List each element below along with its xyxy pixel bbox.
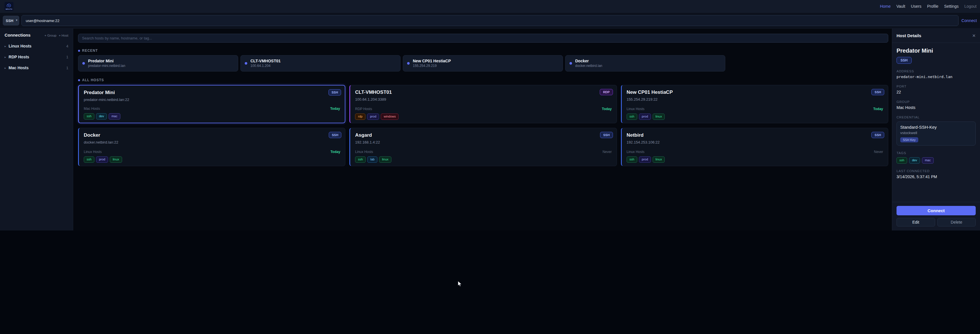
group-label: GROUP bbox=[897, 100, 976, 103]
host-tags: ssh prod linux bbox=[84, 156, 122, 163]
credential-card[interactable]: Standard-SSH-Key vstockwell SSH Key bbox=[897, 121, 976, 146]
top-nav: WRAITH Home Vault Users Profile Settings… bbox=[0, 0, 980, 13]
host-card-clt-vmhost01[interactable]: CLT-VMHOST01 RDP 100.64.1.204:3389 RDP H… bbox=[349, 85, 617, 123]
quick-connect-input[interactable] bbox=[21, 15, 959, 26]
recent-host-name: New CP01 HestiaCP bbox=[413, 58, 451, 64]
host-tags: ssh lab linux bbox=[355, 156, 391, 163]
recent-host-address: 100.64.1.204 bbox=[250, 64, 281, 68]
recent-host-address: 155.254.29.219 bbox=[413, 64, 451, 68]
host-last-connected: Today bbox=[602, 107, 611, 111]
tag: linux bbox=[110, 156, 122, 163]
recent-card-clt-vmhost01[interactable]: CLT-VMHOST01 100.64.1.204 bbox=[240, 55, 401, 72]
search-input[interactable] bbox=[78, 34, 888, 43]
host-card-netbird[interactable]: Netbird SSH 192.154.253.106:22 Linux Hos… bbox=[621, 128, 888, 166]
close-icon[interactable]: ✕ bbox=[972, 33, 976, 38]
add-group-button[interactable]: + Group bbox=[45, 34, 57, 37]
tag: prod bbox=[639, 156, 651, 163]
sidebar-add-actions: + Group + Host bbox=[45, 34, 68, 37]
nav-profile[interactable]: Profile bbox=[927, 4, 939, 9]
host-meta-row: Linux Hosts Never bbox=[627, 150, 883, 154]
host-group: Linux Hosts bbox=[627, 107, 645, 111]
nav-settings[interactable]: Settings bbox=[944, 4, 959, 9]
credential-label: CREDENTIAL bbox=[897, 116, 976, 119]
connections-sidebar: Connections + Group + Host ▸ Linux Hosts… bbox=[0, 29, 73, 231]
host-address: 155.254.29.219:22 bbox=[627, 97, 883, 102]
tag: ssh bbox=[84, 113, 94, 119]
recent-label-text: RECENT bbox=[82, 49, 98, 52]
host-card-docker[interactable]: Docker SSH docker.netbird.lan:22 Linux H… bbox=[78, 128, 345, 166]
protocol-select[interactable]: SSH bbox=[3, 16, 19, 25]
protocol-select-wrap: SSH ▾ bbox=[3, 16, 19, 25]
sidebar-group-rdp-hosts[interactable]: ▸ RDP Hosts 1 bbox=[5, 55, 68, 59]
tag: dev bbox=[909, 157, 920, 164]
last-connected-value: 3/14/2026, 5:37:41 PM bbox=[897, 175, 976, 179]
panel-actions: Connect Edit Delete bbox=[892, 202, 980, 231]
panel-header: Host Details ✕ bbox=[892, 29, 980, 43]
recent-host-name: Predator Mini bbox=[88, 58, 125, 64]
host-details-panel: Host Details ✕ Predator Mini SSH ADDRESS… bbox=[892, 29, 980, 231]
recent-card-new-cp01-hestiacp[interactable]: New CP01 HestiaCP 155.254.29.219 bbox=[403, 55, 563, 72]
protocol-badge: SSH bbox=[600, 132, 613, 138]
host-meta-row: Linux Hosts Never bbox=[355, 150, 611, 154]
host-tags: ssh dev mac bbox=[84, 113, 120, 119]
host-address: 192.168.1.4:22 bbox=[355, 140, 611, 145]
nav-home[interactable]: Home bbox=[880, 4, 891, 9]
host-tags: ssh prod linux bbox=[627, 113, 665, 120]
recent-host-address: predator-mini.netbird.lan bbox=[88, 64, 125, 68]
credential-username: vstockwell bbox=[900, 131, 972, 135]
host-name: CLT-VMHOST01 bbox=[355, 89, 611, 95]
last-connected-label: LAST CONNECTED bbox=[897, 169, 976, 173]
add-host-button[interactable]: + Host bbox=[59, 34, 68, 37]
host-meta-row: RDP Hosts Today bbox=[355, 107, 611, 111]
recent-card-docker[interactable]: Docker docker.netbird.lan bbox=[565, 55, 725, 72]
address-value: predator-mini.netbird.lan bbox=[897, 75, 976, 79]
tag: ssh bbox=[627, 156, 637, 163]
logo-text: WRAITH bbox=[6, 8, 13, 10]
port-label: PORT bbox=[897, 85, 976, 88]
host-card-new-cp01-hestiacp[interactable]: New CP01 HestiaCP SSH 155.254.29.219:22 … bbox=[621, 85, 888, 123]
group-count: 1 bbox=[66, 55, 68, 59]
host-last-connected: Today bbox=[331, 150, 340, 154]
host-tags: rdp prod windows bbox=[355, 113, 399, 120]
nav-logout[interactable]: Logout bbox=[964, 4, 977, 9]
edit-button[interactable]: Edit bbox=[897, 218, 935, 226]
recent-host-name: CLT-VMHOST01 bbox=[250, 58, 281, 64]
sidebar-group-mac-hosts[interactable]: ▸ Mac Hosts 1 bbox=[5, 65, 68, 70]
hosts-grid: Predator Mini SSH predator-mini.netbird.… bbox=[78, 85, 888, 166]
group-value: Mac Hosts bbox=[897, 105, 976, 110]
sidebar-group-linux-hosts[interactable]: ▸ Linux Hosts 4 bbox=[5, 44, 68, 48]
nav-links: Home Vault Users Profile Settings Logout bbox=[880, 0, 977, 13]
tag: prod bbox=[96, 156, 108, 163]
group-label: Linux Hosts bbox=[9, 44, 66, 48]
host-card-asgard[interactable]: Asgard SSH 192.168.1.4:22 Linux Hosts Ne… bbox=[349, 128, 617, 166]
quick-connect-button[interactable]: Connect bbox=[961, 13, 977, 29]
tag: ssh bbox=[84, 156, 94, 163]
recent-card-predator-mini[interactable]: Predator Mini predator-mini.netbird.lan bbox=[78, 55, 238, 72]
host-name: Docker bbox=[84, 132, 340, 138]
host-group: RDP Hosts bbox=[355, 107, 372, 111]
nav-vault[interactable]: Vault bbox=[896, 4, 905, 9]
delete-button[interactable]: Delete bbox=[937, 218, 976, 226]
app-logo[interactable]: WRAITH bbox=[5, 2, 13, 11]
host-group: Mac Hosts bbox=[84, 107, 100, 111]
tag: ssh bbox=[627, 113, 637, 120]
sidebar-title: Connections bbox=[5, 33, 30, 37]
protocol-badge: SSH bbox=[329, 132, 342, 138]
protocol-badge: SSH bbox=[871, 89, 884, 95]
connect-button[interactable]: Connect bbox=[897, 206, 976, 215]
status-dot-icon bbox=[570, 62, 572, 65]
address-label: ADDRESS bbox=[897, 70, 976, 73]
panel-title: Host Details bbox=[897, 33, 921, 38]
tag: linux bbox=[653, 156, 665, 163]
mouse-cursor bbox=[457, 281, 463, 287]
tag: lab bbox=[368, 156, 377, 163]
group-count: 4 bbox=[66, 44, 68, 48]
nav-users[interactable]: Users bbox=[911, 4, 921, 9]
recent-section-label: RECENT bbox=[78, 49, 888, 52]
host-card-predator-mini[interactable]: Predator Mini SSH predator-mini.netbird.… bbox=[78, 85, 345, 123]
status-dot-icon bbox=[245, 62, 247, 65]
recent-host-name: Docker bbox=[575, 58, 602, 64]
wraith-ghost-icon bbox=[6, 3, 12, 8]
all-hosts-label-text: ALL HOSTS bbox=[82, 78, 104, 82]
tag: mac bbox=[922, 157, 934, 164]
